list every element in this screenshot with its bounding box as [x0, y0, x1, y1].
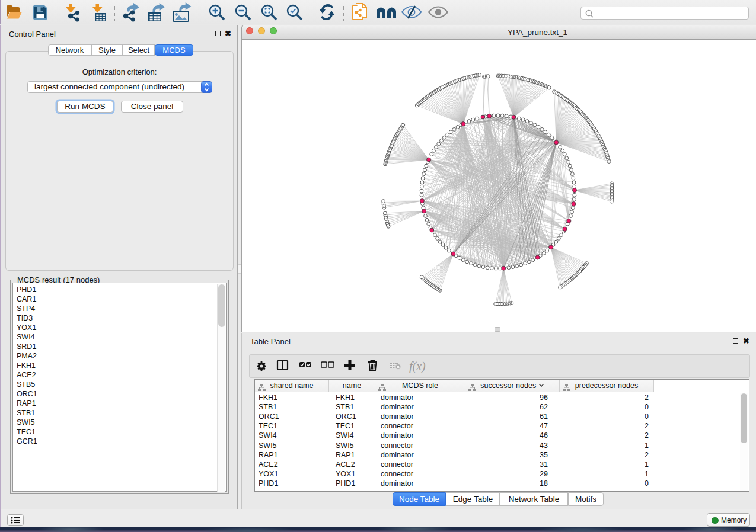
- svg-text:f(x): f(x): [409, 360, 426, 373]
